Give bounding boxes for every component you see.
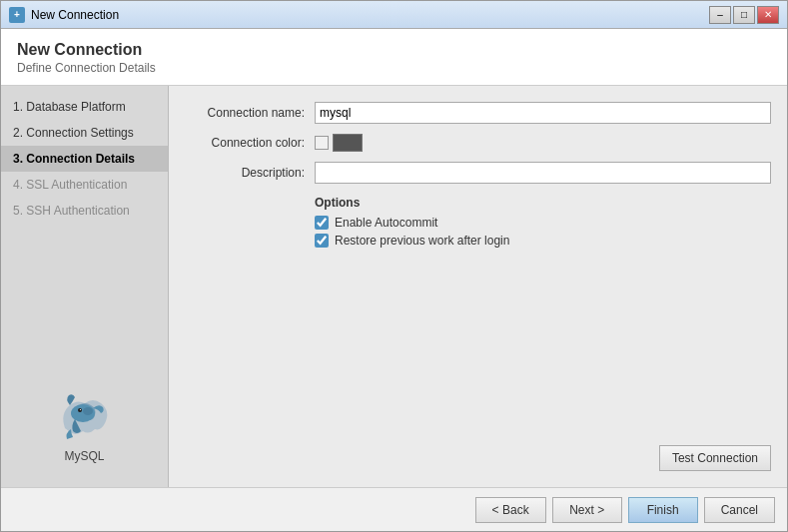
description-input[interactable] xyxy=(315,162,771,184)
back-button[interactable]: < Back xyxy=(475,497,546,523)
maximize-button[interactable]: □ xyxy=(733,6,755,24)
header: New Connection Define Connection Details xyxy=(1,29,787,86)
footer: < Back Next > Finish Cancel xyxy=(1,487,787,531)
connection-name-label: Connection name: xyxy=(185,106,315,120)
minimize-button[interactable]: – xyxy=(709,6,731,24)
title-bar: + New Connection – □ ✕ xyxy=(1,1,787,29)
window-icon: + xyxy=(9,7,25,23)
finish-button[interactable]: Finish xyxy=(628,497,698,523)
description-label: Description: xyxy=(185,166,315,180)
svg-point-2 xyxy=(78,408,82,412)
page-subtitle: Define Connection Details xyxy=(17,61,771,75)
mysql-logo-icon xyxy=(55,393,115,443)
sidebar-item-ssh-authentication: 5. SSH Authentication xyxy=(1,198,168,224)
restore-work-row: Restore previous work after login xyxy=(315,234,771,248)
connection-color-label: Connection color: xyxy=(185,136,315,150)
page-title: New Connection xyxy=(17,41,771,59)
svg-point-3 xyxy=(79,409,80,410)
options-title: Options xyxy=(315,196,771,210)
content-area: 1. Database Platform 2. Connection Setti… xyxy=(1,86,787,487)
restore-work-label: Restore previous work after login xyxy=(335,234,509,248)
window-title: New Connection xyxy=(31,8,703,22)
test-connection-button[interactable]: Test Connection xyxy=(659,445,771,471)
sidebar: 1. Database Platform 2. Connection Setti… xyxy=(1,86,169,487)
main-panel: Connection name: Connection color: Descr… xyxy=(169,86,787,487)
next-button[interactable]: Next > xyxy=(552,497,622,523)
sidebar-item-connection-settings[interactable]: 2. Connection Settings xyxy=(1,120,168,146)
close-button[interactable]: ✕ xyxy=(757,6,779,24)
svg-point-1 xyxy=(83,407,93,415)
sidebar-bottom: MySQL xyxy=(1,377,168,479)
color-enable-checkbox[interactable] xyxy=(315,136,329,150)
color-swatch[interactable] xyxy=(333,134,363,152)
sidebar-item-database-platform[interactable]: 1. Database Platform xyxy=(1,94,168,120)
sidebar-item-connection-details[interactable]: 3. Connection Details xyxy=(1,146,168,172)
description-row: Description: xyxy=(185,162,771,184)
restore-work-checkbox[interactable] xyxy=(315,234,329,248)
connection-color-row: Connection color: xyxy=(185,134,771,152)
mysql-label: MySQL xyxy=(64,449,104,463)
autocommit-row: Enable Autocommit xyxy=(315,216,771,230)
autocommit-label: Enable Autocommit xyxy=(335,216,437,230)
sidebar-item-ssl-authentication: 4. SSL Authentication xyxy=(1,172,168,198)
autocommit-checkbox[interactable] xyxy=(315,216,329,230)
options-section: Options Enable Autocommit Restore previo… xyxy=(185,196,771,252)
connection-name-input[interactable] xyxy=(315,102,771,124)
cancel-button[interactable]: Cancel xyxy=(704,497,775,523)
connection-name-row: Connection name: xyxy=(185,102,771,124)
main-window: + New Connection – □ ✕ New Connection De… xyxy=(0,0,788,532)
title-bar-buttons: – □ ✕ xyxy=(709,6,779,24)
